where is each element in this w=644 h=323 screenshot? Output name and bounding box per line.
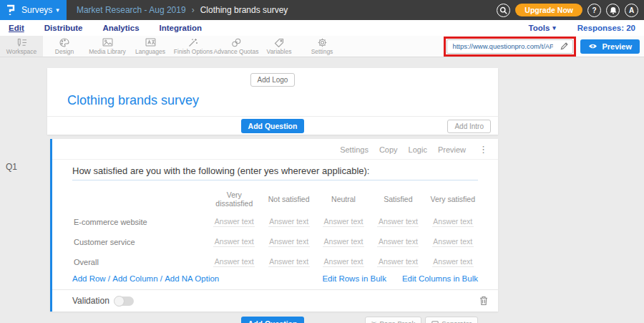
answer-text-field[interactable]: Answer text <box>268 257 310 267</box>
toolbar-item-settings[interactable]: Settings <box>301 36 343 57</box>
column-header[interactable]: Very dissatisfied <box>207 185 261 212</box>
survey-header-actions: Add Question Add Intro <box>47 116 498 135</box>
row-label[interactable]: E-commerce website <box>72 212 207 232</box>
question-logic-link[interactable]: Logic <box>409 145 427 154</box>
product-switcher[interactable]: Surveys ▾ <box>0 0 67 20</box>
toolbar-item-variables[interactable]: Variables <box>258 36 301 57</box>
more-options-icon[interactable]: ⋮ <box>479 144 488 155</box>
pencil-icon <box>560 42 568 50</box>
answer-text-field[interactable]: Answer text <box>432 237 474 247</box>
answer-text-field[interactable]: Answer text <box>377 237 419 247</box>
tab-distribute[interactable]: Distribute <box>44 24 83 32</box>
question-text[interactable]: How satisfied are you with the following… <box>72 165 478 180</box>
column-header[interactable]: Satisfied <box>371 185 425 212</box>
tab-integration[interactable]: Integration <box>160 24 202 32</box>
edit-rows-bulk-link[interactable]: Edit Rows in Bulk <box>322 274 386 283</box>
answer-text-field[interactable]: Answer text <box>213 217 255 227</box>
questionpro-logo-icon <box>6 4 16 16</box>
notifications-button[interactable] <box>606 4 620 17</box>
matrix-row: Customer service Answer text Answer text… <box>72 232 480 252</box>
bottom-actions: Add Question ✂ Page Break Separator <box>47 317 498 323</box>
toolbar-item-design[interactable]: Design <box>43 36 86 57</box>
answer-text-field[interactable]: Answer text <box>432 257 474 267</box>
edit-columns-bulk-link[interactable]: Edit Columns in Bulk <box>402 274 478 283</box>
toolbar-right: Preview <box>444 36 644 57</box>
search-button[interactable] <box>497 4 510 17</box>
question-preview-link[interactable]: Preview <box>438 145 466 154</box>
delete-question-button[interactable] <box>479 296 488 306</box>
answer-text-field[interactable]: Answer text <box>377 217 419 227</box>
add-question-button-top[interactable]: Add Question <box>241 119 305 133</box>
add-na-option-link[interactable]: Add NA Option <box>165 274 219 283</box>
answer-text-field[interactable]: Answer text <box>268 217 310 227</box>
workspace-icon <box>16 38 28 47</box>
column-header[interactable]: Very satisfied <box>426 185 480 212</box>
matrix-row: Overall Answer text Answer text Answer t… <box>72 252 480 272</box>
survey-header-card: Add Logo Clothing brands survey Add Ques… <box>47 68 498 135</box>
row-label[interactable]: Overall <box>72 252 207 272</box>
help-button[interactable]: ? <box>587 4 601 17</box>
add-logo-button[interactable]: Add Logo <box>250 73 296 87</box>
question-card: Settings Copy Logic Preview ⋮ How satisf… <box>50 139 498 312</box>
add-question-button-bottom[interactable]: Add Question <box>241 317 305 323</box>
avatar[interactable]: A <box>625 4 638 17</box>
tab-edit[interactable]: Edit <box>9 24 24 32</box>
toolbar-item-languages[interactable]: Languages <box>129 36 172 57</box>
chevron-down-icon: ▾ <box>56 7 59 14</box>
image-icon <box>102 38 113 47</box>
column-header[interactable]: Neutral <box>316 185 371 212</box>
responses-count[interactable]: Responses: 20 <box>577 24 635 32</box>
answer-text-field[interactable]: Answer text <box>377 257 419 267</box>
answer-text-field[interactable]: Answer text <box>268 237 310 247</box>
magic-wand-icon <box>188 38 198 47</box>
question-copy-link[interactable]: Copy <box>379 145 398 154</box>
breadcrumb: Market Research - Aug 2019 › Clothing br… <box>77 5 288 15</box>
upgrade-now-button[interactable]: Upgrade Now <box>515 4 582 16</box>
row-label[interactable]: Customer service <box>72 232 207 252</box>
tag-icon <box>274 38 284 47</box>
page-break-button[interactable]: ✂ Page Break <box>365 317 421 323</box>
question-settings-link[interactable]: Settings <box>340 145 369 154</box>
breadcrumb-folder[interactable]: Market Research - Aug 2019 <box>77 5 186 15</box>
page-break-icon: ✂ <box>371 320 377 323</box>
add-intro-button[interactable]: Add Intro <box>447 120 491 133</box>
section-nav: Edit Distribute Analytics Integration To… <box>0 20 644 36</box>
question-edit-links: Add Row / Add Column / Add NA Option Edi… <box>72 274 478 283</box>
chevron-down-icon: ▾ <box>552 25 556 32</box>
editor-toolbar: Workspace Design Media Library Languages… <box>0 36 644 57</box>
validation-label: Validation <box>72 296 109 306</box>
toolbar-item-finish-options[interactable]: Finish Options <box>172 36 215 57</box>
tools-menu[interactable]: Tools ▾ <box>528 24 555 32</box>
answer-text-field[interactable]: Answer text <box>213 237 255 247</box>
product-name: Surveys ▾ <box>21 5 59 15</box>
eye-icon <box>588 43 597 49</box>
share-url-input[interactable] <box>447 42 556 50</box>
validation-toggle[interactable] <box>115 297 134 306</box>
answer-text-field[interactable]: Answer text <box>213 257 255 267</box>
tab-analytics[interactable]: Analytics <box>102 24 139 32</box>
preview-button[interactable]: Preview <box>580 39 640 54</box>
toolbar-item-media-library[interactable]: Media Library <box>86 36 129 57</box>
toolbar-item-advance-quotas[interactable]: Advance Quotas <box>215 36 258 57</box>
separator-button[interactable]: Separator <box>425 317 478 323</box>
breadcrumb-current: Clothing brands survey <box>200 5 288 15</box>
toolbar-item-workspace[interactable]: Workspace <box>0 36 43 57</box>
matrix-row: E-commerce website Answer text Answer te… <box>72 212 480 232</box>
edit-url-button[interactable] <box>556 42 572 50</box>
answer-text-field[interactable]: Answer text <box>323 217 364 227</box>
add-column-link[interactable]: Add Column <box>112 274 157 283</box>
chain-links-icon <box>231 38 241 47</box>
search-icon <box>499 6 507 14</box>
palette-icon <box>59 38 69 47</box>
answer-text-field[interactable]: Answer text <box>323 237 364 247</box>
add-row-link[interactable]: Add Row <box>72 274 106 283</box>
answer-text-field[interactable]: Answer text <box>432 217 474 227</box>
answer-text-field[interactable]: Answer text <box>323 257 364 267</box>
trash-icon <box>479 296 488 306</box>
column-header[interactable]: Not satisfied <box>261 185 316 212</box>
survey-title[interactable]: Clothing brands survey <box>67 93 498 108</box>
bell-icon <box>610 6 617 14</box>
breadcrumb-separator-icon: › <box>192 5 195 15</box>
url-highlight-box <box>444 37 576 57</box>
languages-icon <box>145 38 156 47</box>
